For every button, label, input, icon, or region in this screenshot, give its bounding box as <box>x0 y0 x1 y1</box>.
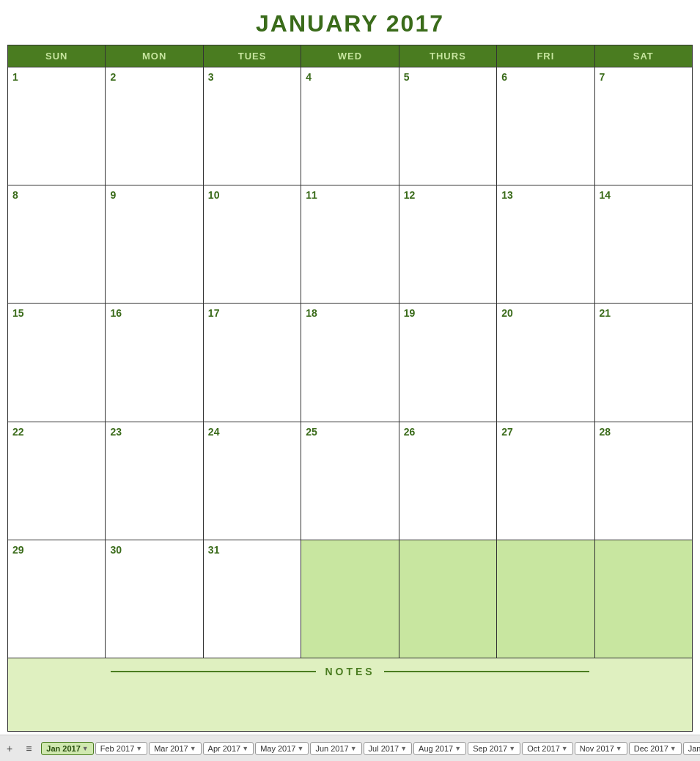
day-cell[interactable]: 7 <box>595 67 693 185</box>
day-cell[interactable]: 11 <box>301 185 399 304</box>
day-cell[interactable] <box>399 540 497 658</box>
day-cell[interactable]: 13 <box>497 185 594 304</box>
day-header-wed: WED <box>301 45 399 67</box>
day-cell[interactable]: 2 <box>106 67 203 185</box>
chevron-down-icon: ▼ <box>190 745 196 752</box>
day-number: 4 <box>306 71 312 83</box>
day-number: 24 <box>208 426 220 438</box>
day-cell[interactable] <box>497 540 594 658</box>
day-header-tues: TUES <box>204 45 301 67</box>
week-row-5: 293031 <box>8 540 693 658</box>
day-cell[interactable]: 21 <box>595 304 693 422</box>
day-cell[interactable]: 29 <box>8 540 106 658</box>
calendar-title: JANUARY 2017 <box>7 6 693 45</box>
tab-nov-2017[interactable]: Nov 2017 ▼ <box>575 742 627 755</box>
day-number: 18 <box>306 307 317 319</box>
day-number: 31 <box>208 544 220 556</box>
day-cell[interactable]: 20 <box>497 304 594 422</box>
day-number: 8 <box>12 189 18 201</box>
day-number: 2 <box>110 71 116 83</box>
day-cell[interactable]: 18 <box>301 304 399 422</box>
day-cell[interactable] <box>595 540 693 658</box>
notes-label: NOTES <box>325 666 375 677</box>
day-cell[interactable]: 6 <box>497 67 594 185</box>
calendar-grid: SUNMONTUESWEDTHURSFRISAT 123456789101112… <box>7 45 693 732</box>
day-number: 3 <box>208 71 214 83</box>
chevron-down-icon: ▼ <box>297 745 303 752</box>
chevron-down-icon: ▼ <box>82 745 89 752</box>
day-cell[interactable]: 23 <box>106 422 203 540</box>
day-number: 1 <box>12 71 18 83</box>
day-number: 21 <box>600 307 611 319</box>
notes-line-left <box>111 671 316 672</box>
notes-header: NOTES <box>23 666 677 677</box>
day-cell[interactable]: 10 <box>204 185 301 304</box>
tab-aug-2017[interactable]: Aug 2017 ▼ <box>413 742 466 755</box>
day-cell[interactable]: 8 <box>8 185 106 304</box>
day-number: 19 <box>404 307 416 319</box>
day-cell[interactable]: 22 <box>8 422 106 540</box>
day-cell[interactable]: 24 <box>204 422 301 540</box>
tab-jun-2017[interactable]: Jun 2017 ▼ <box>310 742 361 755</box>
week-row-3: 15161718192021 <box>8 304 693 422</box>
day-cell[interactable]: 26 <box>399 422 497 540</box>
day-cell[interactable] <box>301 540 399 658</box>
day-cell[interactable]: 28 <box>595 422 693 540</box>
day-cell[interactable]: 4 <box>301 67 399 185</box>
day-number: 6 <box>501 71 507 83</box>
calendar-container: JANUARY 2017 SUNMONTUESWEDTHURSFRISAT 12… <box>0 0 700 735</box>
day-cell[interactable]: 1 <box>8 67 106 185</box>
chevron-down-icon: ▼ <box>670 745 677 752</box>
day-number: 28 <box>600 426 611 438</box>
day-cell[interactable]: 15 <box>8 304 106 422</box>
day-number: 29 <box>12 544 24 556</box>
calendar-weeks: 1234567891011121314151617181920212223242… <box>8 67 693 658</box>
notes-section: NOTES <box>8 658 693 732</box>
day-cell[interactable]: 14 <box>595 185 693 304</box>
day-cell[interactable]: 12 <box>399 185 497 304</box>
day-number: 17 <box>208 307 220 319</box>
day-cell[interactable]: 25 <box>301 422 399 540</box>
bottom-tabs: + ≡ Jan 2017 ▼Feb 2017 ▼Mar 2017 ▼Apr 20… <box>0 735 700 761</box>
menu-button[interactable]: ≡ <box>22 741 35 756</box>
day-cell[interactable]: 19 <box>399 304 497 422</box>
chevron-down-icon: ▼ <box>136 745 142 752</box>
day-header-thurs: THURS <box>399 45 497 67</box>
day-number: 27 <box>501 426 513 438</box>
tab-mar-2017[interactable]: Mar 2017 ▼ <box>149 742 201 755</box>
day-header-fri: FRI <box>497 45 594 67</box>
day-header-mon: MON <box>106 45 203 67</box>
day-cell[interactable]: 17 <box>204 304 301 422</box>
tab-may-2017[interactable]: May 2017 ▼ <box>255 742 309 755</box>
day-cell[interactable]: 31 <box>204 540 301 658</box>
tab-jul-2017[interactable]: Jul 2017 ▼ <box>364 742 413 755</box>
day-cell[interactable]: 16 <box>106 304 203 422</box>
tab-apr-2017[interactable]: Apr 2017 ▼ <box>203 742 254 755</box>
tab-oct-2017[interactable]: Oct 2017 ▼ <box>522 742 573 755</box>
chevron-down-icon: ▼ <box>350 745 357 752</box>
day-number: 13 <box>501 189 513 201</box>
tab-feb-2017[interactable]: Feb 2017 ▼ <box>95 742 147 755</box>
day-number: 14 <box>600 189 611 201</box>
tab-sep-2017[interactable]: Sep 2017 ▼ <box>468 742 520 755</box>
day-number: 26 <box>404 426 416 438</box>
chevron-down-icon: ▼ <box>242 745 248 752</box>
day-cell[interactable]: 3 <box>204 67 301 185</box>
chevron-down-icon: ▼ <box>454 745 461 752</box>
day-number: 5 <box>404 71 410 83</box>
day-headers-row: SUNMONTUESWEDTHURSFRISAT <box>8 45 693 67</box>
day-cell[interactable]: 27 <box>497 422 594 540</box>
week-row-4: 22232425262728 <box>8 422 693 540</box>
tab-jan-2018[interactable]: Jan 2018 ▼ <box>683 742 700 755</box>
day-number: 16 <box>110 307 122 319</box>
week-row-1: 1234567 <box>8 67 693 185</box>
day-cell[interactable]: 30 <box>106 540 203 658</box>
chevron-down-icon: ▼ <box>509 745 515 752</box>
tab-dec-2017[interactable]: Dec 2017 ▼ <box>629 742 682 755</box>
tab-jan-2017[interactable]: Jan 2017 ▼ <box>41 742 93 755</box>
add-sheet-button[interactable]: + <box>3 741 16 756</box>
chevron-down-icon: ▼ <box>616 745 622 752</box>
day-cell[interactable]: 5 <box>399 67 497 185</box>
day-cell[interactable]: 9 <box>106 185 203 304</box>
day-number: 9 <box>110 189 116 201</box>
